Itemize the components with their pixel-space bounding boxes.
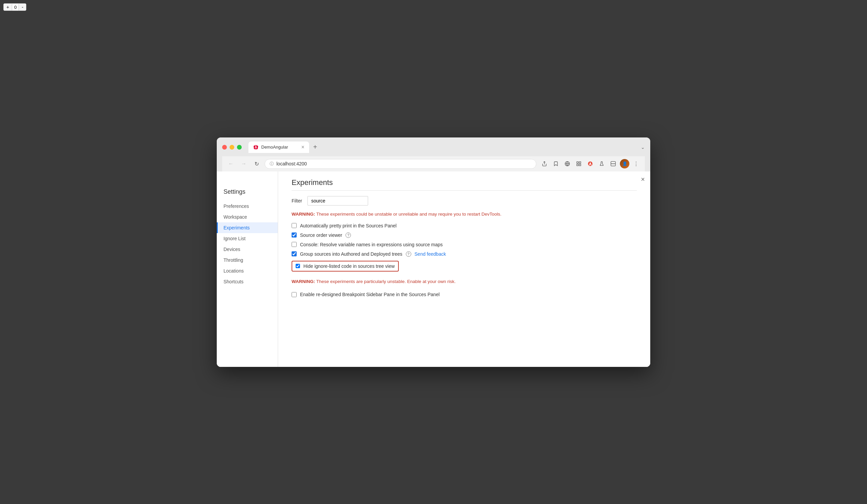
back-button[interactable]: ←	[226, 159, 236, 168]
sidebar-item-locations[interactable]: Locations	[217, 265, 278, 276]
checkbox-group-sources[interactable]	[292, 251, 297, 256]
warning-text-1: WARNING: These experiments could be unst…	[292, 211, 637, 218]
label-auto-pretty-print: Automatically pretty print in the Source…	[300, 223, 396, 228]
devtools-panel: Settings Preferences Workspace Experimen…	[217, 172, 650, 367]
svg-rect-2	[579, 162, 581, 163]
extensions-icon[interactable]	[574, 159, 584, 168]
help-icon-group-sources[interactable]: ?	[406, 251, 411, 257]
label-hide-ignore-listed: Hide ignore-listed code in sources tree …	[303, 263, 395, 269]
warning-text-2: WARNING: These experiments are particula…	[292, 278, 637, 285]
experiment-auto-pretty-print: Automatically pretty print in the Source…	[292, 223, 637, 228]
checkbox-console-resolve[interactable]	[292, 242, 297, 247]
sidebar-item-devices[interactable]: Devices	[217, 244, 278, 255]
flask-icon[interactable]	[597, 159, 607, 168]
experiment-breakpoint-sidebar: Enable re-designed Breakpoint Sidebar Pa…	[292, 292, 637, 297]
settings-sidebar: Settings Preferences Workspace Experimen…	[217, 172, 278, 367]
title-bar: DemoAngular × + ⌄	[222, 142, 645, 153]
tab-close-btn[interactable]: ×	[301, 144, 304, 150]
page-content: + 0 - Settings Preferences Workspace Exp…	[217, 172, 650, 367]
angular-ext-icon[interactable]	[586, 159, 595, 168]
tab-expand-btn[interactable]: ⌄	[641, 144, 645, 150]
settings-close-button[interactable]: ×	[641, 176, 645, 183]
warning1-label: WARNING:	[292, 211, 315, 217]
experiment-group-sources: Group sources into Authored and Deployed…	[292, 251, 637, 257]
forward-button[interactable]: →	[239, 159, 248, 168]
maximize-traffic-light[interactable]	[237, 145, 242, 150]
warning2-rest: These experiments are particularly unsta…	[316, 279, 456, 284]
sidebar-item-preferences[interactable]: Preferences	[217, 201, 278, 211]
experiment-source-order-viewer: Source order viewer ?	[292, 232, 637, 238]
checkbox-auto-pretty-print[interactable]	[292, 223, 297, 228]
sidebar-item-shortcuts[interactable]: Shortcuts	[217, 276, 278, 287]
filter-row: Filter	[292, 196, 637, 206]
reload-button[interactable]: ↻	[252, 159, 261, 168]
address-bar[interactable]: ⓘ localhost:4200	[265, 159, 536, 169]
filter-input[interactable]	[308, 196, 368, 206]
send-feedback-link[interactable]: Send feedback	[415, 251, 446, 257]
svg-rect-1	[577, 162, 578, 163]
label-console-resolve: Console: Resolve variable names in expre…	[300, 242, 442, 247]
browser-chrome: DemoAngular × + ⌄ ← → ↻ ⓘ localhost:4200	[217, 138, 650, 172]
settings-title: Settings	[217, 188, 278, 201]
browser-tab[interactable]: DemoAngular ×	[248, 142, 309, 153]
svg-rect-4	[577, 164, 578, 166]
share-icon[interactable]	[540, 159, 549, 168]
experiments-title: Experiments	[292, 178, 637, 191]
label-source-order-viewer: Source order viewer	[300, 232, 342, 238]
nav-bar: ← → ↻ ⓘ localhost:4200	[222, 156, 645, 172]
globe-icon[interactable]	[563, 159, 572, 168]
profile-avatar[interactable]: 👤	[620, 159, 629, 168]
experiment-hide-ignore-listed: Hide ignore-listed code in sources tree …	[292, 261, 399, 272]
checkbox-breakpoint-sidebar[interactable]	[292, 292, 297, 297]
minimize-traffic-light[interactable]	[229, 145, 234, 150]
url-text: localhost:4200	[276, 161, 307, 166]
traffic-lights	[222, 145, 242, 150]
label-group-sources: Group sources into Authored and Deployed…	[300, 251, 403, 257]
settings-main-content: × Experiments Filter WARNING: These expe…	[278, 172, 650, 367]
secure-icon: ⓘ	[270, 161, 274, 167]
bookmark-icon[interactable]	[551, 159, 560, 168]
angular-icon	[253, 144, 258, 150]
experiment-console-resolve: Console: Resolve variable names in expre…	[292, 242, 637, 247]
tab-title: DemoAngular	[261, 144, 288, 150]
browser-window: DemoAngular × + ⌄ ← → ↻ ⓘ localhost:4200	[217, 138, 650, 367]
sidebar-item-throttling[interactable]: Throttling	[217, 255, 278, 265]
menu-icon[interactable]: ⋮	[631, 159, 641, 168]
panel-icon[interactable]	[609, 159, 618, 168]
toolbar-icons: 👤 ⋮	[540, 159, 641, 168]
sidebar-item-workspace[interactable]: Workspace	[217, 211, 278, 222]
svg-rect-3	[579, 164, 581, 166]
checkbox-source-order-viewer[interactable]	[292, 232, 297, 238]
new-tab-btn[interactable]: +	[310, 143, 320, 151]
warning1-rest: These experiments could be unstable or u…	[316, 211, 501, 217]
warning2-label: WARNING:	[292, 279, 315, 284]
close-traffic-light[interactable]	[222, 145, 227, 150]
filter-label: Filter	[292, 198, 302, 204]
tab-bar: DemoAngular × + ⌄	[248, 142, 645, 153]
sidebar-item-experiments[interactable]: Experiments	[217, 222, 278, 233]
checkbox-hide-ignore-listed[interactable]	[296, 264, 300, 268]
label-breakpoint-sidebar: Enable re-designed Breakpoint Sidebar Pa…	[300, 292, 440, 297]
sidebar-item-ignore-list[interactable]: Ignore List	[217, 233, 278, 244]
help-icon-source-order[interactable]: ?	[345, 232, 351, 238]
